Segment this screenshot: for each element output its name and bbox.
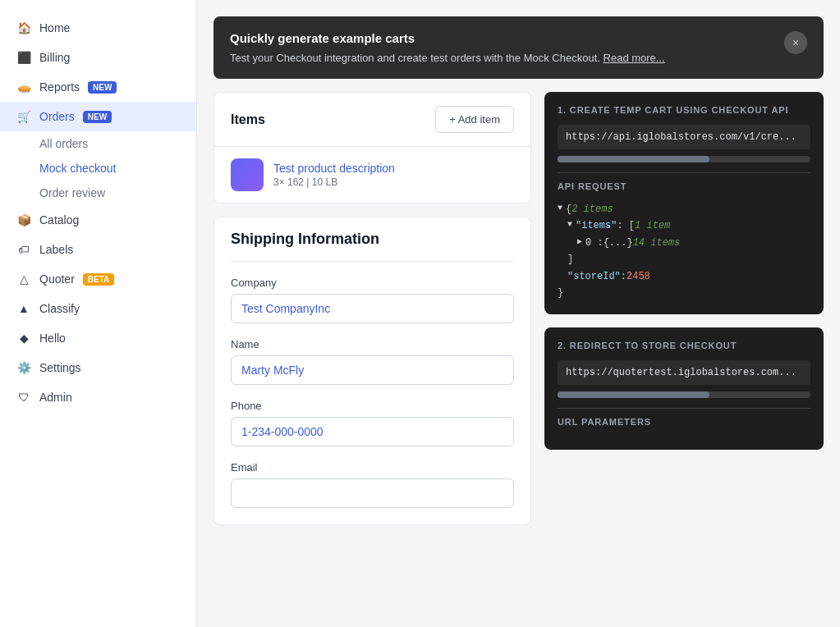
code-line-6: } (558, 285, 810, 301)
code-block-1: ▼ { 2 items ▼ "items" : [ 1 item ▶ 0 : {… (558, 201, 810, 301)
name-input[interactable] (231, 355, 514, 385)
url-params-label: URL PARAMETERS (558, 417, 810, 427)
shipping-header: Shipping Information (214, 217, 530, 262)
email-input[interactable] (231, 478, 514, 508)
reports-icon: 🥧 (16, 80, 31, 94)
items-card-title: Items (231, 112, 265, 127)
sidebar-item-admin[interactable]: 🛡 Admin (0, 382, 196, 412)
sidebar-subitem-order-review[interactable]: Order review (39, 181, 196, 205)
product-thumbnail (231, 158, 264, 191)
sidebar-item-label: Hello (39, 332, 66, 345)
banner-close-button[interactable]: × (784, 31, 807, 54)
sidebar-item-orders[interactable]: 🛒 Orders NEW (0, 102, 196, 131)
api-url-2: https://quotertest.iglobalstores.com... (558, 360, 810, 385)
product-info: Test product description 3× 162 | 10 LB (273, 162, 514, 188)
sidebar-item-labels[interactable]: 🏷 Labels (0, 235, 196, 264)
classify-icon: ▲ (16, 301, 31, 316)
api-scrollbar-thumb-1 (558, 156, 709, 162)
sidebar-item-billing[interactable]: ⬛ Billing (0, 43, 196, 72)
sidebar-item-label: Admin (39, 391, 72, 404)
collapse-icon-1[interactable]: ▼ (558, 201, 562, 215)
api-url-1: https://api.iglobalstores.com/v1/cre... (558, 125, 810, 149)
api-panel-2: 2. REDIRECT TO STORE CHECKOUT https://qu… (544, 327, 824, 450)
code-line-3: ▶ 0 : {...} 14 items (558, 235, 810, 251)
sidebar-item-quoter[interactable]: △ Quoter BETA (0, 264, 196, 294)
sidebar-item-label: Home (39, 21, 70, 34)
items-card: Items + Add item Test product descriptio… (213, 92, 531, 204)
api-request-label: API REQUEST (558, 181, 810, 191)
hello-icon: ◆ (16, 331, 31, 346)
items-card-header: Items + Add item (214, 93, 530, 147)
sidebar-item-label: Billing (39, 51, 70, 64)
api-scrollbar-thumb-2 (558, 391, 709, 398)
orders-subnav: All orders Mock checkout Order review (0, 131, 196, 205)
quoter-icon: △ (16, 272, 31, 286)
code-line-5: "storeId" : 2458 (558, 268, 810, 285)
banner: Quickly generate example carts Test your… (213, 16, 824, 79)
email-field-group: Email (231, 461, 514, 508)
api-panel-2-title: 2. REDIRECT TO STORE CHECKOUT (558, 341, 810, 350)
sidebar-item-catalog[interactable]: 📦 Catalog (0, 205, 196, 235)
product-name[interactable]: Test product description (273, 162, 514, 175)
reports-badge: NEW (88, 81, 117, 94)
billing-icon: ⬛ (16, 50, 31, 65)
sidebar-item-hello[interactable]: ◆ Hello (0, 323, 196, 353)
orders-badge: NEW (83, 111, 112, 123)
name-field-group: Name (231, 338, 514, 385)
phone-field-group: Phone (231, 400, 514, 446)
divider-1 (558, 172, 810, 173)
product-meta: 3× 162 | 10 LB (273, 176, 514, 188)
banner-text: Test your Checkout integration and creat… (230, 52, 774, 64)
settings-icon: ⚙️ (16, 360, 31, 375)
code-line-1: ▼ { 2 items (558, 201, 810, 217)
name-label: Name (231, 338, 514, 350)
home-icon: 🏠 (16, 21, 31, 35)
code-line-2: ▼ "items" : [ 1 item (558, 217, 810, 234)
sidebar-subitem-mock-checkout[interactable]: Mock checkout (39, 156, 196, 181)
code-line-4: ] (558, 251, 810, 268)
company-input[interactable] (231, 294, 514, 323)
content-row: Items + Add item Test product descriptio… (213, 92, 824, 525)
sidebar-item-label: Labels (39, 243, 73, 256)
labels-icon: 🏷 (16, 242, 31, 257)
collapse-icon-3[interactable]: ▶ (577, 235, 582, 249)
sidebar-item-classify[interactable]: ▲ Classify (0, 294, 196, 323)
banner-title: Quickly generate example carts (230, 31, 774, 45)
sidebar-item-reports[interactable]: 🥧 Reports NEW (0, 72, 196, 102)
catalog-icon: 📦 (16, 213, 31, 227)
shipping-card: Shipping Information Company Name Phone (213, 217, 531, 525)
company-field-group: Company (231, 277, 514, 323)
api-panel-1-title: 1. CREATE TEMP CART USING CHECKOUT API (558, 105, 810, 115)
collapse-icon-2[interactable]: ▼ (567, 217, 572, 231)
left-column: Items + Add item Test product descriptio… (213, 92, 531, 525)
divider-2 (558, 408, 810, 409)
admin-icon: 🛡 (16, 390, 31, 405)
banner-content: Quickly generate example carts Test your… (230, 31, 774, 64)
sidebar-item-settings[interactable]: ⚙️ Settings (0, 353, 196, 382)
sidebar-item-label: Quoter (39, 272, 75, 286)
phone-label: Phone (231, 400, 514, 412)
sidebar-item-label: Classify (39, 302, 80, 315)
api-panel-1: 1. CREATE TEMP CART USING CHECKOUT API h… (544, 92, 824, 314)
orders-icon: 🛒 (16, 109, 31, 124)
sidebar: 🏠 Home ⬛ Billing 🥧 Reports NEW 🛒 Orders … (0, 0, 197, 627)
add-item-button[interactable]: + Add item (435, 106, 514, 133)
phone-input[interactable] (231, 417, 514, 446)
shipping-form: Company Name Phone Email (214, 277, 530, 524)
shipping-title: Shipping Information (231, 231, 514, 262)
company-label: Company (231, 277, 514, 289)
banner-read-more-link[interactable]: Read more... (604, 52, 665, 64)
api-scrollbar-2[interactable] (558, 391, 810, 398)
sidebar-subitem-all-orders[interactable]: All orders (39, 131, 196, 156)
product-item: Test product description 3× 162 | 10 LB (214, 147, 530, 203)
right-column: 1. CREATE TEMP CART USING CHECKOUT API h… (544, 92, 824, 450)
main-content: Quickly generate example carts Test your… (197, 0, 840, 627)
sidebar-item-label: Settings (39, 361, 81, 374)
sidebar-item-label: Orders (39, 110, 75, 123)
quoter-badge: BETA (83, 273, 114, 286)
email-label: Email (231, 461, 514, 474)
sidebar-item-home[interactable]: 🏠 Home (0, 13, 196, 43)
sidebar-item-label: Reports (39, 80, 80, 94)
sidebar-item-label: Catalog (39, 213, 79, 227)
api-scrollbar-1[interactable] (558, 156, 810, 162)
